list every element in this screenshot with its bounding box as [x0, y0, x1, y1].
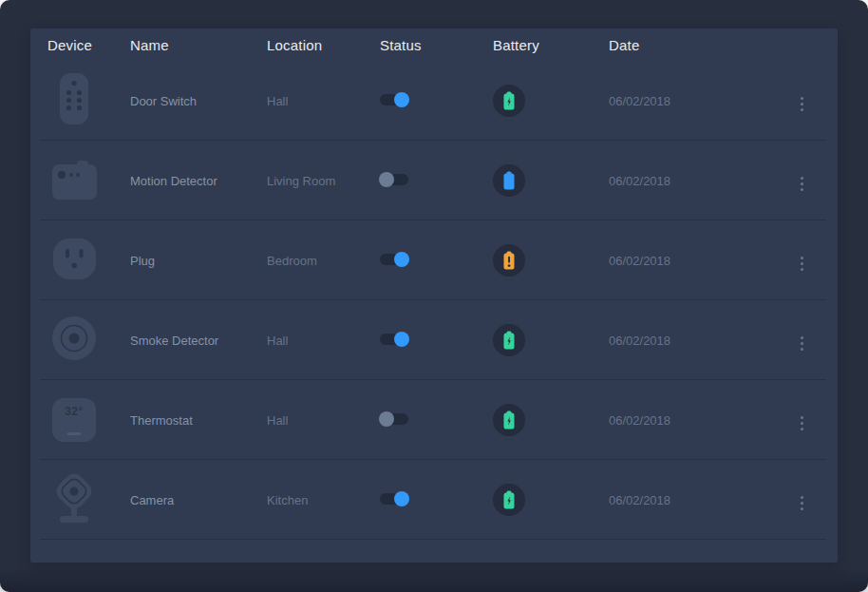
table-header: Device Name Location Status Battery Date: [30, 29, 838, 61]
battery-charging-icon: [493, 484, 525, 516]
device-date: 06/02/2018: [609, 334, 783, 348]
device-date: 06/02/2018: [609, 94, 783, 108]
table-row: Camera Kitchen 06/02/2018: [30, 460, 838, 540]
device-name: Motion Detector: [130, 174, 267, 188]
kebab-menu-icon[interactable]: [795, 173, 809, 195]
toggle-knob: [394, 92, 409, 107]
status-toggle[interactable]: [380, 174, 408, 185]
toggle-knob: [394, 332, 409, 347]
camera-icon: [47, 471, 101, 525]
kebab-menu-icon[interactable]: [795, 253, 809, 275]
device-name: Door Switch: [130, 94, 267, 108]
device-name: Plug: [130, 254, 267, 268]
battery-charging-icon: [493, 85, 525, 117]
plug-icon: [47, 232, 101, 285]
kebab-menu-icon[interactable]: [795, 412, 809, 434]
status-toggle[interactable]: [380, 254, 408, 265]
thermostat-dash: [67, 432, 82, 435]
toggle-knob: [379, 411, 394, 427]
device-name: Smoke Detector: [130, 334, 267, 348]
device-location: Kitchen: [267, 493, 380, 507]
column-header-battery: Battery: [493, 37, 609, 53]
device-name: Camera: [130, 493, 267, 507]
app-window: Device Name Location Status Battery Date…: [0, 0, 868, 592]
toggle-knob: [394, 491, 409, 506]
device-date: 06/02/2018: [609, 254, 783, 268]
column-header-status: Status: [380, 37, 493, 53]
motion-detector-icon: [47, 152, 101, 205]
device-name: Thermostat: [130, 413, 267, 428]
status-toggle[interactable]: [380, 94, 408, 105]
table-row: Motion Detector Living Room 06/02/2018: [30, 141, 838, 220]
battery-charging-icon: [493, 404, 525, 436]
smoke-detector-icon: [47, 312, 101, 365]
kebab-menu-icon[interactable]: [795, 333, 809, 354]
table-row: Plug Bedroom 06/02/2018: [30, 220, 838, 300]
column-header-device: Device: [47, 37, 130, 53]
device-location: Hall: [267, 413, 380, 428]
table-row: Smoke Detector Hall 06/02/2018: [30, 300, 838, 380]
table-row: 32° Thermostat Hall 06/02/2018: [30, 380, 838, 460]
table-row: Door Switch Hall 06/02/2018: [30, 61, 838, 141]
device-location: Hall: [267, 94, 380, 108]
column-header-name: Name: [130, 37, 267, 53]
remote-control-icon: [47, 72, 101, 125]
status-toggle[interactable]: [380, 493, 408, 505]
thermostat-temperature: 32°: [65, 405, 84, 442]
status-toggle[interactable]: [380, 334, 408, 345]
device-location: Living Room: [267, 174, 380, 188]
kebab-menu-icon[interactable]: [795, 492, 809, 514]
battery-warning-icon: [493, 244, 525, 277]
column-header-location: Location: [267, 37, 380, 53]
battery-full-icon: [493, 164, 525, 197]
status-toggle[interactable]: [380, 413, 408, 425]
thermostat-icon: 32°: [47, 393, 101, 447]
device-location: Bedroom: [267, 254, 380, 268]
device-date: 06/02/2018: [609, 493, 783, 507]
kebab-menu-icon[interactable]: [795, 93, 809, 115]
toggle-knob: [379, 172, 394, 187]
devices-table: Device Name Location Status Battery Date…: [30, 29, 838, 563]
device-date: 06/02/2018: [609, 413, 783, 428]
toggle-knob: [394, 252, 409, 267]
column-header-date: Date: [609, 37, 783, 53]
device-location: Hall: [267, 334, 380, 348]
device-date: 06/02/2018: [609, 174, 783, 188]
battery-charging-icon: [493, 324, 525, 356]
